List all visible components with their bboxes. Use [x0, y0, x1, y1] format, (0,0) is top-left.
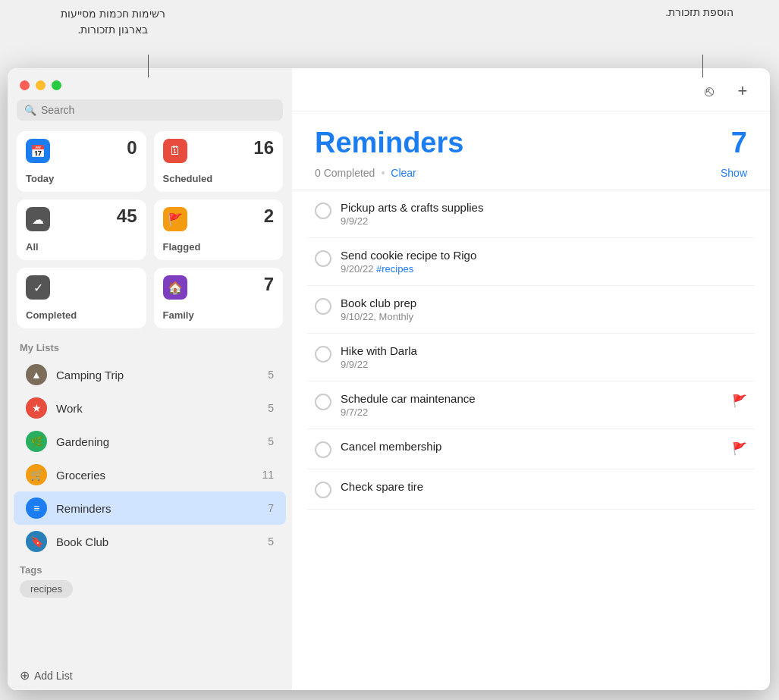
list-item-groceries[interactable]: 🛒 Groceries 11	[14, 458, 286, 491]
reminder-checkbox[interactable]	[315, 298, 331, 315]
reminder-tag[interactable]: #recipes	[376, 263, 413, 275]
reminder-sub: 9/9/22	[341, 359, 747, 370]
reminder-text: Send cookie recipe to Rigo 9/20/22 #reci…	[341, 249, 747, 275]
list-count-camping: 5	[268, 369, 274, 381]
search-icon: 🔍	[24, 105, 36, 116]
smart-card-top: 🚩 2	[163, 207, 275, 231]
sidebar: 🔍 📅 0 Today 🗓 16 Scheduled ☁ 45 All	[8, 68, 292, 690]
minimize-button[interactable]	[36, 80, 46, 90]
tooltip-right: הוספת תזכורת.	[665, 6, 733, 18]
maximize-button[interactable]	[52, 80, 61, 90]
list-item-reminders[interactable]: ≡ Reminders 7	[14, 491, 286, 525]
reminder-item: Pickup arts & crafts supplies 9/9/22	[307, 190, 755, 238]
smart-card-all[interactable]: ☁ 45 All	[17, 199, 146, 260]
reminders-header: Reminders 7	[292, 111, 770, 167]
reminder-title: Pickup arts & crafts supplies	[341, 201, 747, 214]
list-name-reminders: Reminders	[56, 502, 259, 515]
completed-count-label: 0 Completed	[315, 167, 375, 179]
list-title: Reminders	[315, 127, 463, 159]
smart-card-top: 🏠 7	[163, 275, 275, 300]
list-count: 7	[731, 127, 747, 159]
list-item-camping[interactable]: ▲ Camping Trip 5	[14, 358, 286, 391]
smart-card-completed[interactable]: ✓ Completed	[17, 268, 146, 328]
main-content: ⎋ + Reminders 7 0 Completed • Clear Show…	[292, 68, 770, 690]
list-name-groceries: Groceries	[56, 469, 253, 482]
list-item-bookclub[interactable]: 🔖 Book Club 5	[14, 525, 286, 558]
reminder-item: Send cookie recipe to Rigo 9/20/22 #reci…	[307, 238, 755, 286]
reminder-title: Check spare tire	[341, 480, 747, 493]
reminder-sub: 9/9/22	[341, 215, 747, 227]
plus-icon: ⊕	[20, 668, 30, 683]
smart-card-count-flagged: 2	[264, 207, 274, 225]
lists-container: ▲ Camping Trip 5 ★ Work 5 🌿 Gardening 5 …	[8, 358, 292, 558]
list-count-work: 5	[268, 402, 274, 414]
plus-icon: +	[738, 81, 748, 101]
reminder-title: Cancel membership	[341, 440, 723, 453]
reminder-checkbox[interactable]	[315, 346, 331, 363]
list-item-work[interactable]: ★ Work 5	[14, 391, 286, 425]
smart-card-today[interactable]: 📅 0 Today	[17, 131, 146, 192]
reminder-text: Check spare tire	[341, 480, 747, 493]
add-reminder-button[interactable]: +	[730, 79, 755, 103]
reminder-text: Pickup arts & crafts supplies 9/9/22	[341, 201, 747, 227]
list-icon-groceries: 🛒	[26, 464, 47, 485]
smart-card-top: 📅 0	[26, 139, 137, 163]
smart-card-label-today: Today	[26, 173, 137, 184]
reminders-list: Pickup arts & crafts supplies 9/9/22 Sen…	[292, 190, 770, 690]
list-count-gardening: 5	[268, 435, 274, 447]
list-name-bookclub: Book Club	[56, 535, 259, 548]
add-list-button[interactable]: ⊕ Add List	[8, 661, 292, 690]
list-icon-camping: ▲	[26, 364, 47, 385]
reminder-checkbox[interactable]	[315, 250, 331, 267]
smart-card-family[interactable]: 🏠 7 Family	[154, 268, 284, 328]
reminder-text: Schedule car maintenance 9/7/22	[341, 392, 723, 418]
flag-icon: 🚩	[732, 394, 747, 408]
smart-card-count-all: 45	[117, 207, 137, 225]
close-button[interactable]	[20, 80, 30, 90]
list-icon-reminders: ≡	[26, 498, 47, 519]
toolbar: ⎋ +	[292, 68, 770, 111]
list-name-camping: Camping Trip	[56, 369, 259, 381]
smart-cards-grid: 📅 0 Today 🗓 16 Scheduled ☁ 45 All 🚩 2 Fl	[8, 131, 292, 336]
reminder-checkbox[interactable]	[315, 394, 331, 410]
flag-icon: 🚩	[732, 441, 747, 456]
share-button[interactable]: ⎋	[697, 79, 721, 103]
list-count-groceries: 11	[262, 469, 274, 481]
smart-card-label-flagged: Flagged	[163, 241, 275, 253]
smart-card-label-scheduled: Scheduled	[163, 173, 275, 184]
list-icon-work: ★	[26, 397, 47, 419]
list-item-gardening[interactable]: 🌿 Gardening 5	[14, 425, 286, 458]
search-bar: 🔍	[17, 99, 283, 121]
window-controls	[8, 68, 292, 99]
smart-card-count-today: 0	[127, 139, 137, 157]
reminder-checkbox[interactable]	[315, 202, 331, 219]
search-input[interactable]	[41, 104, 275, 116]
tag-item[interactable]: recipes	[20, 580, 73, 598]
app-window: 🔍 📅 0 Today 🗓 16 Scheduled ☁ 45 All	[8, 68, 770, 690]
list-name-work: Work	[56, 402, 259, 415]
share-icon: ⎋	[705, 83, 714, 100]
reminder-item: Cancel membership 🚩	[307, 429, 755, 469]
reminder-title: Hike with Darla	[341, 344, 747, 357]
list-name-gardening: Gardening	[56, 435, 259, 448]
show-button[interactable]: Show	[721, 167, 747, 179]
smart-card-icon-scheduled: 🗓	[163, 139, 187, 163]
smart-card-scheduled[interactable]: 🗓 16 Scheduled	[154, 131, 284, 192]
reminder-title: Book club prep	[341, 297, 747, 309]
reminder-checkbox[interactable]	[315, 441, 331, 458]
clear-button[interactable]: Clear	[391, 167, 416, 179]
reminder-sub: 9/20/22 #recipes	[341, 263, 747, 275]
smart-card-icon-family: 🏠	[163, 275, 187, 300]
smart-card-flagged[interactable]: 🚩 2 Flagged	[154, 199, 284, 260]
reminder-checkbox[interactable]	[315, 482, 331, 498]
smart-card-count-scheduled: 16	[253, 139, 274, 157]
smart-card-icon-completed: ✓	[26, 275, 50, 300]
reminder-item: Hike with Darla 9/9/22	[307, 334, 755, 381]
smart-card-top: ☁ 45	[26, 207, 137, 231]
separator: •	[381, 167, 385, 179]
list-icon-gardening: 🌿	[26, 431, 47, 452]
list-count-reminders: 7	[268, 502, 274, 514]
reminder-sub: 9/7/22	[341, 407, 723, 418]
list-icon-bookclub: 🔖	[26, 531, 47, 552]
smart-card-icon-all: ☁	[26, 207, 50, 231]
